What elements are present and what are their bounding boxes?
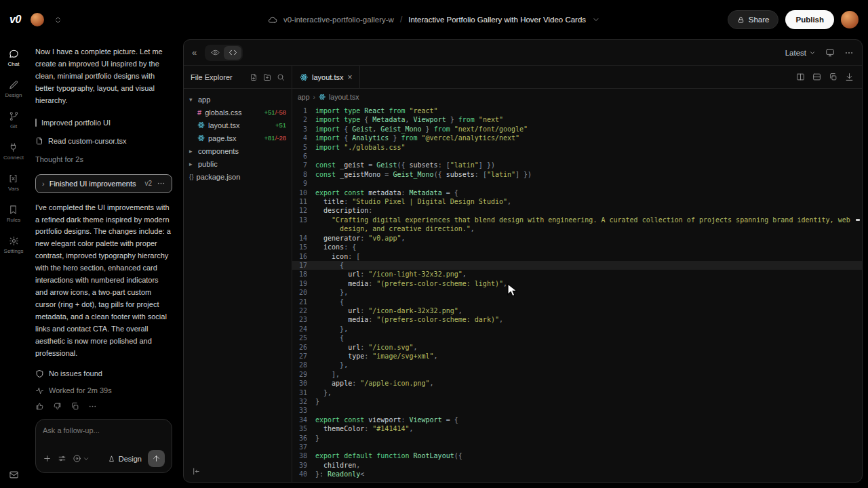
code-line[interactable]: 22 url: "/icon-dark-32x32.png", bbox=[292, 306, 862, 315]
rail-item-chat[interactable]: Chat bbox=[8, 49, 20, 67]
follow-up-input[interactable] bbox=[43, 426, 165, 434]
code-view-icon[interactable] bbox=[224, 46, 241, 60]
thumbs-down-icon[interactable] bbox=[53, 402, 62, 411]
chat-input-box[interactable]: Design bbox=[35, 419, 172, 473]
rail-item-design[interactable]: Design bbox=[5, 80, 22, 98]
code-line[interactable]: 21 { bbox=[292, 298, 862, 306]
code-line[interactable]: 15 icons: { bbox=[292, 243, 862, 251]
code-line[interactable]: 35 themeColor: "#141414", bbox=[292, 424, 862, 433]
copy-icon[interactable] bbox=[71, 402, 79, 411]
tab-layout-tsx[interactable]: layout.tsx × bbox=[292, 66, 360, 88]
plus-icon[interactable] bbox=[43, 454, 52, 463]
code-line[interactable]: 9 bbox=[292, 179, 862, 188]
code-line[interactable]: 25 { bbox=[292, 333, 862, 342]
v0-logo[interactable]: v0 bbox=[9, 14, 21, 26]
new-folder-icon[interactable] bbox=[263, 73, 271, 81]
chevron-down-icon[interactable] bbox=[592, 16, 600, 24]
code-line[interactable]: 29 ], bbox=[292, 370, 862, 379]
code-line[interactable]: 4import { Analytics } from "@vercel/anal… bbox=[292, 134, 862, 142]
tree-folder-app[interactable]: ▾ app bbox=[184, 93, 292, 106]
breadcrumb-file[interactable]: layout.tsx bbox=[329, 93, 359, 101]
finished-task-card[interactable]: › Finished UI improvements v2 bbox=[35, 174, 172, 193]
code-line[interactable]: 20 }, bbox=[292, 288, 862, 297]
code-line[interactable]: 11 title: "Studio Pixel | Digital Design… bbox=[292, 197, 862, 206]
code-line[interactable]: 24 }, bbox=[292, 325, 862, 333]
code-line[interactable]: 6 bbox=[292, 152, 862, 161]
code-line[interactable]: 8const _geistMono = Geist_Mono({ subsets… bbox=[292, 170, 862, 179]
close-tab-icon[interactable]: × bbox=[347, 73, 352, 82]
code-line[interactable]: 18 url: "/icon-light-32x32.png", bbox=[292, 270, 862, 279]
chevrons-updown-icon[interactable] bbox=[54, 16, 62, 24]
download-icon[interactable] bbox=[845, 73, 854, 81]
rail-item-vars[interactable]: Vars bbox=[8, 174, 19, 192]
step-improved-portfolio-ui[interactable]: Improved portfolio UI bbox=[35, 114, 172, 132]
double-chevron-left-icon[interactable]: « bbox=[192, 47, 197, 58]
tree-file-package-json[interactable]: { } package.json bbox=[184, 170, 292, 183]
new-file-icon[interactable] bbox=[250, 73, 258, 81]
code-line[interactable]: 38export default function RootLayout({ bbox=[292, 451, 862, 460]
code-line[interactable]: 14 generator: "v0.app", bbox=[292, 234, 862, 243]
rail-item-rules[interactable]: Rules bbox=[7, 205, 20, 223]
code-line[interactable]: 3import { Geist, Geist_Mono } from "next… bbox=[292, 125, 862, 134]
code-line[interactable]: 16 icon: [ bbox=[292, 252, 862, 261]
code-line[interactable]: 27 type: "image/svg+xml", bbox=[292, 352, 862, 361]
more-horizontal-icon[interactable] bbox=[844, 48, 854, 58]
code-line[interactable]: 37 bbox=[292, 443, 862, 451]
more-horizontal-icon[interactable] bbox=[88, 402, 97, 411]
share-button[interactable]: Share bbox=[728, 10, 779, 29]
code-line[interactable]: design, and creative direction.", bbox=[292, 224, 862, 233]
tree-folder-public[interactable]: ▸ public bbox=[184, 157, 292, 170]
step-thought[interactable]: Thought for 2s bbox=[35, 150, 172, 169]
split-rows-icon[interactable] bbox=[812, 73, 821, 81]
search-icon[interactable] bbox=[277, 73, 285, 81]
code-line[interactable]: 32} bbox=[292, 397, 862, 406]
sliders-icon[interactable] bbox=[58, 454, 66, 463]
code-line[interactable]: 26 url: "/icon.svg", bbox=[292, 343, 862, 352]
mail-icon[interactable] bbox=[9, 470, 19, 480]
code-content[interactable]: 1import type React from "react"2import t… bbox=[292, 104, 862, 482]
thumbs-up-icon[interactable] bbox=[35, 402, 44, 411]
tree-folder-components[interactable]: ▸ components bbox=[184, 144, 292, 157]
rail-item-connect[interactable]: Connect bbox=[3, 142, 24, 161]
project-slug[interactable]: v0-interactive-portfolio-gallery-w bbox=[283, 16, 394, 24]
code-line[interactable]: 19 media: "(prefers-color-scheme: light)… bbox=[292, 279, 862, 288]
rail-item-settings[interactable]: Settings bbox=[4, 236, 24, 254]
code-line[interactable]: 39 children, bbox=[292, 461, 862, 470]
version-selector[interactable]: Latest bbox=[785, 49, 816, 57]
code-line[interactable]: 30 apple: "/apple-icon.png", bbox=[292, 379, 862, 388]
model-selector[interactable] bbox=[73, 454, 90, 463]
code-line[interactable]: 31 }, bbox=[292, 388, 862, 397]
more-options-icon[interactable] bbox=[157, 179, 165, 188]
worked-duration-row[interactable]: Worked for 2m 39s bbox=[35, 386, 172, 395]
step-read-custom-cursor[interactable]: Read custom-cursor.tsx bbox=[35, 132, 172, 150]
user-avatar[interactable] bbox=[31, 13, 44, 26]
account-avatar[interactable] bbox=[841, 11, 859, 28]
copy-file-icon[interactable] bbox=[829, 73, 837, 81]
code-line[interactable]: 10export const metadata: Metadata = { bbox=[292, 188, 862, 197]
collapse-panel-icon[interactable] bbox=[192, 467, 292, 476]
code-line[interactable]: 17 { bbox=[292, 261, 862, 270]
code-line[interactable]: 23 media: "(prefers-color-scheme: dark)"… bbox=[292, 315, 862, 324]
code-line[interactable]: 33 bbox=[292, 406, 862, 415]
preview-eye-icon[interactable] bbox=[206, 46, 224, 60]
code-line[interactable]: 28 }, bbox=[292, 361, 862, 369]
publish-button[interactable]: Publish bbox=[785, 10, 834, 29]
breadcrumb-folder[interactable]: app bbox=[298, 93, 310, 101]
code-line[interactable]: 34export const viewport: Viewport = { bbox=[292, 415, 862, 424]
design-mode-toggle[interactable]: Design bbox=[108, 455, 142, 463]
code-line[interactable]: 1import type React from "react" bbox=[292, 106, 862, 115]
code-line[interactable]: 7const _geist = Geist({ subsets: ["latin… bbox=[292, 161, 862, 169]
code-line[interactable]: 36} bbox=[292, 434, 862, 443]
monitor-icon[interactable] bbox=[825, 48, 835, 58]
rail-item-git[interactable]: Git bbox=[9, 111, 19, 129]
tree-file-page-tsx[interactable]: page.tsx +81/-28 bbox=[184, 131, 292, 144]
code-line[interactable]: 2import type { Metadata, Viewport } from… bbox=[292, 115, 862, 124]
code-line[interactable]: 5import "./globals.css" bbox=[292, 143, 862, 152]
send-button[interactable] bbox=[148, 450, 165, 467]
split-columns-icon[interactable] bbox=[796, 73, 805, 81]
tree-file-globals-css[interactable]: # globals.css +51/-58 bbox=[184, 106, 292, 119]
code-line[interactable]: 40}: Readonly< bbox=[292, 470, 862, 479]
code-line[interactable]: 12 description: bbox=[292, 206, 862, 215]
tree-file-layout-tsx[interactable]: layout.tsx +51 bbox=[184, 119, 292, 131]
code-line[interactable]: 13 "Crafting digital experiences that bl… bbox=[292, 216, 862, 224]
